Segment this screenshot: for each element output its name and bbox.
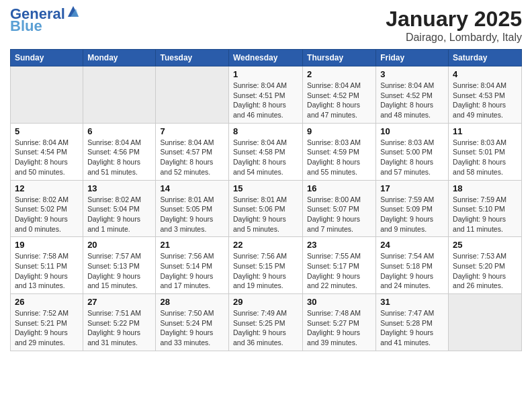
day-info: Sunrise: 7:52 AM Sunset: 5:21 PM Dayligh… — [15, 308, 79, 348]
weekday-row: SundayMondayTuesdayWednesdayThursdayFrid… — [11, 50, 522, 66]
day-number: 18 — [453, 183, 517, 193]
day-info: Sunrise: 7:56 AM Sunset: 5:15 PM Dayligh… — [233, 251, 298, 291]
day-info: Sunrise: 7:49 AM Sunset: 5:25 PM Dayligh… — [233, 308, 298, 348]
day-info: Sunrise: 8:01 AM Sunset: 5:06 PM Dayligh… — [233, 195, 298, 234]
day-number: 1 — [233, 69, 298, 79]
day-number: 15 — [233, 183, 298, 193]
weekday-header-wednesday: Wednesday — [228, 50, 302, 66]
day-number: 31 — [380, 297, 444, 307]
header: General Blue January 2025 Dairago, Lomba… — [10, 7, 522, 44]
day-number: 22 — [233, 240, 298, 250]
day-cell: 20Sunrise: 7:57 AM Sunset: 5:13 PM Dayli… — [83, 237, 156, 294]
day-number: 20 — [87, 240, 151, 250]
day-cell — [449, 294, 522, 351]
day-cell — [11, 66, 83, 124]
logo-text-blue: Blue — [10, 19, 42, 34]
day-number: 6 — [87, 126, 151, 136]
day-info: Sunrise: 7:48 AM Sunset: 5:27 PM Dayligh… — [307, 308, 371, 348]
day-number: 30 — [307, 297, 371, 307]
day-info: Sunrise: 8:04 AM Sunset: 4:52 PM Dayligh… — [380, 81, 444, 120]
day-info: Sunrise: 8:04 AM Sunset: 4:58 PM Dayligh… — [233, 138, 298, 177]
day-info: Sunrise: 8:02 AM Sunset: 5:04 PM Dayligh… — [87, 195, 151, 234]
day-cell: 15Sunrise: 8:01 AM Sunset: 5:06 PM Dayli… — [228, 180, 302, 237]
day-number: 5 — [15, 126, 79, 136]
day-info: Sunrise: 8:03 AM Sunset: 5:01 PM Dayligh… — [453, 138, 517, 177]
day-number: 7 — [160, 126, 224, 136]
week-row-2: 5Sunrise: 8:04 AM Sunset: 4:54 PM Daylig… — [11, 123, 522, 180]
logo-icon — [66, 5, 80, 18]
day-info: Sunrise: 7:56 AM Sunset: 5:14 PM Dayligh… — [160, 251, 224, 291]
day-number: 29 — [233, 297, 298, 307]
day-cell: 23Sunrise: 7:55 AM Sunset: 5:17 PM Dayli… — [303, 237, 376, 294]
day-number: 11 — [453, 126, 517, 136]
weekday-header-thursday: Thursday — [303, 50, 376, 66]
week-row-1: 1Sunrise: 8:04 AM Sunset: 4:51 PM Daylig… — [11, 66, 522, 124]
day-number: 26 — [15, 297, 79, 307]
day-info: Sunrise: 7:54 AM Sunset: 5:18 PM Dayligh… — [380, 251, 444, 291]
day-info: Sunrise: 8:00 AM Sunset: 5:07 PM Dayligh… — [307, 195, 371, 234]
title-block: January 2025 Dairago, Lombardy, Italy — [386, 7, 522, 44]
day-number: 17 — [380, 183, 444, 193]
day-cell: 3Sunrise: 8:04 AM Sunset: 4:52 PM Daylig… — [376, 66, 449, 124]
day-cell: 22Sunrise: 7:56 AM Sunset: 5:15 PM Dayli… — [228, 237, 302, 294]
day-info: Sunrise: 8:02 AM Sunset: 5:02 PM Dayligh… — [15, 195, 79, 234]
day-number: 25 — [453, 240, 517, 250]
day-info: Sunrise: 8:04 AM Sunset: 4:57 PM Dayligh… — [160, 138, 224, 177]
day-cell: 9Sunrise: 8:03 AM Sunset: 4:59 PM Daylig… — [303, 123, 376, 180]
day-info: Sunrise: 7:50 AM Sunset: 5:24 PM Dayligh… — [160, 308, 224, 348]
calendar-header: SundayMondayTuesdayWednesdayThursdayFrid… — [11, 50, 522, 66]
day-cell: 13Sunrise: 8:02 AM Sunset: 5:04 PM Dayli… — [83, 180, 156, 237]
day-info: Sunrise: 7:55 AM Sunset: 5:17 PM Dayligh… — [307, 251, 371, 291]
day-number: 21 — [160, 240, 224, 250]
day-cell: 25Sunrise: 7:53 AM Sunset: 5:20 PM Dayli… — [449, 237, 522, 294]
day-cell: 5Sunrise: 8:04 AM Sunset: 4:54 PM Daylig… — [11, 123, 83, 180]
day-number: 14 — [160, 183, 224, 193]
day-number: 10 — [380, 126, 444, 136]
day-cell: 18Sunrise: 7:59 AM Sunset: 5:10 PM Dayli… — [449, 180, 522, 237]
day-info: Sunrise: 7:57 AM Sunset: 5:13 PM Dayligh… — [87, 251, 151, 291]
day-number: 4 — [453, 69, 517, 79]
day-number: 28 — [160, 297, 224, 307]
day-cell: 6Sunrise: 8:04 AM Sunset: 4:56 PM Daylig… — [83, 123, 156, 180]
week-row-5: 26Sunrise: 7:52 AM Sunset: 5:21 PM Dayli… — [11, 294, 522, 351]
week-row-3: 12Sunrise: 8:02 AM Sunset: 5:02 PM Dayli… — [11, 180, 522, 237]
day-cell: 11Sunrise: 8:03 AM Sunset: 5:01 PM Dayli… — [449, 123, 522, 180]
day-cell — [156, 66, 229, 124]
day-info: Sunrise: 8:03 AM Sunset: 5:00 PM Dayligh… — [380, 138, 444, 177]
day-info: Sunrise: 7:59 AM Sunset: 5:10 PM Dayligh… — [453, 195, 517, 234]
day-number: 3 — [380, 69, 444, 79]
day-number: 8 — [233, 126, 298, 136]
day-info: Sunrise: 7:51 AM Sunset: 5:22 PM Dayligh… — [87, 308, 151, 348]
weekday-header-sunday: Sunday — [11, 50, 83, 66]
day-cell: 16Sunrise: 8:00 AM Sunset: 5:07 PM Dayli… — [303, 180, 376, 237]
calendar-body: 1Sunrise: 8:04 AM Sunset: 4:51 PM Daylig… — [11, 66, 522, 351]
logo: General Blue — [10, 7, 80, 34]
day-cell: 7Sunrise: 8:04 AM Sunset: 4:57 PM Daylig… — [156, 123, 229, 180]
day-cell: 19Sunrise: 7:58 AM Sunset: 5:11 PM Dayli… — [11, 237, 83, 294]
day-cell: 28Sunrise: 7:50 AM Sunset: 5:24 PM Dayli… — [156, 294, 229, 351]
day-cell: 17Sunrise: 7:59 AM Sunset: 5:09 PM Dayli… — [376, 180, 449, 237]
day-number: 13 — [87, 183, 151, 193]
page: General Blue January 2025 Dairago, Lomba… — [0, 0, 532, 358]
day-cell: 10Sunrise: 8:03 AM Sunset: 5:00 PM Dayli… — [376, 123, 449, 180]
day-cell — [83, 66, 156, 124]
week-row-4: 19Sunrise: 7:58 AM Sunset: 5:11 PM Dayli… — [11, 237, 522, 294]
day-info: Sunrise: 7:47 AM Sunset: 5:28 PM Dayligh… — [380, 308, 444, 348]
day-cell: 2Sunrise: 8:04 AM Sunset: 4:52 PM Daylig… — [303, 66, 376, 124]
day-cell: 8Sunrise: 8:04 AM Sunset: 4:58 PM Daylig… — [228, 123, 302, 180]
calendar-title: January 2025 — [386, 7, 522, 32]
day-number: 24 — [380, 240, 444, 250]
weekday-header-tuesday: Tuesday — [156, 50, 229, 66]
weekday-header-friday: Friday — [376, 50, 449, 66]
weekday-header-monday: Monday — [83, 50, 156, 66]
day-cell: 14Sunrise: 8:01 AM Sunset: 5:05 PM Dayli… — [156, 180, 229, 237]
day-info: Sunrise: 8:04 AM Sunset: 4:52 PM Dayligh… — [307, 81, 371, 120]
day-info: Sunrise: 8:01 AM Sunset: 5:05 PM Dayligh… — [160, 195, 224, 234]
day-cell: 24Sunrise: 7:54 AM Sunset: 5:18 PM Dayli… — [376, 237, 449, 294]
day-cell: 31Sunrise: 7:47 AM Sunset: 5:28 PM Dayli… — [376, 294, 449, 351]
day-cell: 29Sunrise: 7:49 AM Sunset: 5:25 PM Dayli… — [228, 294, 302, 351]
calendar-table: SundayMondayTuesdayWednesdayThursdayFrid… — [10, 49, 522, 351]
day-info: Sunrise: 8:04 AM Sunset: 4:54 PM Dayligh… — [15, 138, 79, 177]
day-info: Sunrise: 8:03 AM Sunset: 4:59 PM Dayligh… — [307, 138, 371, 177]
day-number: 2 — [307, 69, 371, 79]
